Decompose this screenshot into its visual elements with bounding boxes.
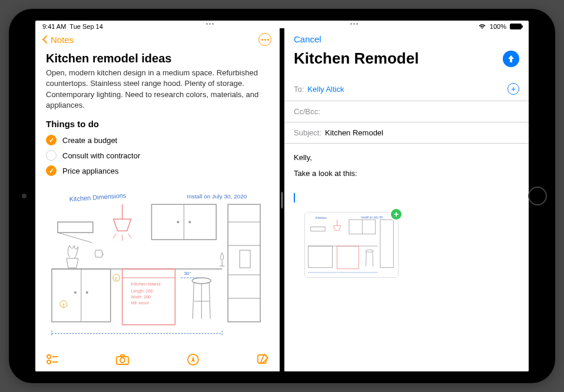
to-value: Kelly Altick bbox=[307, 85, 344, 94]
ipad-device-frame: 9:41 AM Tue Sep 14 100% Not bbox=[9, 9, 555, 383]
camera-icon bbox=[22, 194, 26, 198]
back-button[interactable]: Notes bbox=[44, 35, 74, 45]
svg-point-44 bbox=[47, 355, 51, 358]
mail-pane: Cancel Kitchen Remodel To: Kelly Altick … bbox=[284, 28, 529, 371]
note-title: Kitchen remodel ideas bbox=[46, 52, 269, 65]
mail-body[interactable]: Kelly, Take a look at this: Kitchen Inst… bbox=[284, 144, 529, 286]
checklist-icon[interactable] bbox=[46, 353, 59, 366]
multitask-dots-left-icon[interactable] bbox=[206, 23, 214, 25]
svg-text:2: 2 bbox=[115, 276, 118, 281]
svg-text:Mtl: wood: Mtl: wood bbox=[131, 301, 149, 305]
sketch-attachment[interactable]: Kitchen Dimensions Install on July 30, 2… bbox=[46, 187, 269, 348]
status-date: Tue Sep 14 bbox=[69, 23, 102, 30]
svg-text:Kitchen Island: Kitchen Island bbox=[131, 281, 161, 287]
svg-text:Kitchen: Kitchen bbox=[316, 216, 327, 220]
notes-pane: Notes Kitchen remodel ideas Open, modern… bbox=[35, 28, 280, 371]
svg-point-11 bbox=[177, 221, 179, 223]
todo-item: Consult with contractor bbox=[46, 148, 269, 163]
battery-percent: 100% bbox=[490, 23, 506, 30]
mail-body-line: Take a look at this: bbox=[294, 168, 519, 180]
subject-field[interactable]: Subject: Kitchen Remodel bbox=[284, 122, 529, 144]
notes-toolbar bbox=[35, 348, 280, 371]
note-content[interactable]: Kitchen remodel ideas Open, modern kitch… bbox=[35, 51, 280, 348]
svg-text:3: 3 bbox=[62, 303, 65, 308]
cancel-button[interactable]: Cancel bbox=[294, 34, 321, 44]
add-contact-button[interactable]: + bbox=[507, 83, 519, 95]
text-cursor-icon bbox=[294, 193, 295, 202]
svg-text:30": 30" bbox=[184, 271, 191, 276]
back-label: Notes bbox=[51, 35, 74, 45]
mail-fields: To: Kelly Altick + Cc/Bcc: Subject: Kitc… bbox=[284, 77, 529, 144]
todo-label: Price appliances bbox=[62, 167, 118, 175]
svg-point-22 bbox=[74, 291, 77, 294]
camera-icon[interactable] bbox=[115, 354, 130, 366]
todo-item: Create a budget bbox=[46, 132, 269, 148]
svg-point-23 bbox=[86, 291, 88, 294]
to-field[interactable]: To: Kelly Altick + bbox=[284, 77, 529, 101]
svg-text:Install on July 30: Install on July 30 bbox=[361, 216, 383, 219]
cc-bcc-field[interactable]: Cc/Bcc: bbox=[284, 101, 529, 122]
to-label: To: bbox=[294, 85, 304, 94]
compose-icon[interactable] bbox=[256, 353, 269, 366]
cc-label: Cc/Bcc: bbox=[294, 107, 320, 116]
add-attachment-badge-icon bbox=[390, 208, 403, 221]
checkbox-icon[interactable] bbox=[46, 150, 57, 161]
split-divider[interactable] bbox=[280, 28, 284, 371]
subject-label: Subject: bbox=[294, 128, 321, 137]
todo-label: Create a budget bbox=[62, 136, 117, 145]
svg-text:Length: 200: Length: 200 bbox=[131, 289, 153, 294]
chevron-left-icon bbox=[42, 35, 51, 44]
home-button[interactable] bbox=[528, 187, 547, 205]
svg-point-12 bbox=[188, 221, 191, 223]
note-body: Open, modern kitchen design in a medium … bbox=[46, 68, 269, 111]
status-bar: 9:41 AM Tue Sep 14 100% bbox=[35, 21, 529, 28]
more-actions-button[interactable] bbox=[258, 33, 271, 46]
svg-text:Install on July 30, 2020: Install on July 30, 2020 bbox=[187, 193, 247, 200]
screen: 9:41 AM Tue Sep 14 100% Not bbox=[35, 21, 529, 371]
todo-item: Price appliances bbox=[46, 163, 269, 178]
svg-point-49 bbox=[120, 358, 125, 363]
divider-handle-icon bbox=[281, 192, 283, 208]
svg-text:Width: 200: Width: 200 bbox=[131, 295, 151, 299]
attachment-preview[interactable]: Kitchen Install on July 30 bbox=[304, 212, 399, 278]
subject-value: Kitchen Remodel bbox=[325, 128, 383, 137]
svg-point-46 bbox=[47, 360, 51, 364]
kitchen-sketch-icon: Kitchen Dimensions Install on July 30, 2… bbox=[46, 187, 269, 346]
todo-heading: Things to do bbox=[46, 119, 269, 129]
status-time: 9:41 AM bbox=[42, 23, 66, 30]
arrow-up-icon bbox=[507, 55, 515, 63]
compose-title: Kitchen Remodel bbox=[294, 49, 419, 68]
send-button[interactable] bbox=[503, 51, 519, 67]
wifi-icon bbox=[478, 24, 486, 29]
todo-list: Create a budget Consult with contractor … bbox=[46, 132, 269, 178]
checkbox-icon[interactable] bbox=[46, 135, 57, 145]
markup-icon[interactable] bbox=[187, 353, 200, 366]
todo-label: Consult with contractor bbox=[62, 151, 140, 160]
battery-icon bbox=[510, 24, 522, 29]
checkbox-icon[interactable] bbox=[46, 165, 57, 176]
split-view: Notes Kitchen remodel ideas Open, modern… bbox=[35, 28, 529, 371]
multitask-dots-right-icon[interactable] bbox=[350, 23, 358, 25]
mail-body-line: Kelly, bbox=[294, 152, 519, 164]
kitchen-sketch-thumbnail-icon: Kitchen Install on July 30 bbox=[305, 212, 398, 277]
